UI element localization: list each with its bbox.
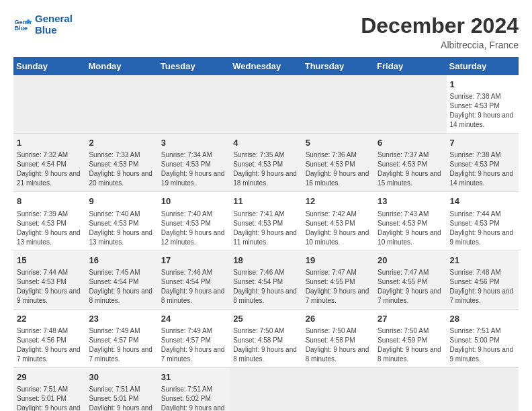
day-number: 28 bbox=[450, 313, 515, 325]
header-day-monday: Monday bbox=[85, 57, 157, 75]
calendar-cell: 27Sunrise: 7:50 AMSunset: 4:59 PMDayligh… bbox=[374, 309, 446, 367]
calendar-cell: 23Sunrise: 7:49 AMSunset: 4:57 PMDayligh… bbox=[85, 309, 157, 367]
week-row: 1Sunrise: 7:32 AMSunset: 4:54 PMDaylight… bbox=[13, 134, 519, 192]
header-day-tuesday: Tuesday bbox=[158, 57, 230, 75]
day-info: Sunrise: 7:45 AMSunset: 4:54 PMDaylight:… bbox=[89, 268, 154, 306]
calendar-cell: 16Sunrise: 7:45 AMSunset: 4:54 PMDayligh… bbox=[85, 250, 157, 309]
day-info: Sunrise: 7:48 AMSunset: 4:56 PMDaylight:… bbox=[450, 268, 515, 306]
calendar-cell: 17Sunrise: 7:46 AMSunset: 4:54 PMDayligh… bbox=[158, 250, 230, 309]
day-info: Sunrise: 7:38 AMSunset: 4:53 PMDaylight:… bbox=[450, 92, 515, 130]
day-info: Sunrise: 7:47 AMSunset: 4:55 PMDaylight:… bbox=[306, 268, 371, 306]
day-number: 31 bbox=[161, 371, 226, 383]
day-info: Sunrise: 7:49 AMSunset: 4:57 PMDaylight:… bbox=[89, 326, 154, 364]
day-number: 12 bbox=[306, 195, 371, 208]
day-number: 16 bbox=[89, 255, 154, 267]
calendar-cell: 20Sunrise: 7:47 AMSunset: 4:55 PMDayligh… bbox=[374, 250, 446, 309]
day-info: Sunrise: 7:51 AMSunset: 5:01 PMDaylight:… bbox=[17, 385, 82, 411]
week-row: 1Sunrise: 7:38 AMSunset: 4:53 PMDaylight… bbox=[13, 75, 519, 134]
calendar-cell: 10Sunrise: 7:40 AMSunset: 4:53 PMDayligh… bbox=[158, 192, 230, 250]
day-info: Sunrise: 7:50 AMSunset: 4:58 PMDaylight:… bbox=[233, 326, 298, 364]
calendar-cell: 29Sunrise: 7:51 AMSunset: 5:01 PMDayligh… bbox=[13, 367, 85, 411]
header-row: SundayMondayTuesdayWednesdayThursdayFrid… bbox=[13, 57, 519, 75]
day-info: Sunrise: 7:36 AMSunset: 4:53 PMDaylight:… bbox=[306, 150, 371, 188]
calendar-cell: 30Sunrise: 7:51 AMSunset: 5:01 PMDayligh… bbox=[85, 367, 157, 411]
calendar-cell: 1Sunrise: 7:32 AMSunset: 4:54 PMDaylight… bbox=[13, 134, 85, 192]
calendar-cell: 2Sunrise: 7:33 AMSunset: 4:53 PMDaylight… bbox=[85, 134, 157, 192]
calendar-cell: 24Sunrise: 7:49 AMSunset: 4:57 PMDayligh… bbox=[158, 309, 230, 367]
day-number: 1 bbox=[450, 79, 515, 91]
day-info: Sunrise: 7:51 AMSunset: 5:00 PMDaylight:… bbox=[450, 326, 515, 364]
calendar-cell bbox=[230, 367, 302, 411]
calendar-cell: 7Sunrise: 7:38 AMSunset: 4:53 PMDaylight… bbox=[447, 134, 519, 192]
calendar-cell: 9Sunrise: 7:40 AMSunset: 4:53 PMDaylight… bbox=[85, 192, 157, 250]
calendar-cell: 13Sunrise: 7:43 AMSunset: 4:53 PMDayligh… bbox=[374, 192, 446, 250]
day-info: Sunrise: 7:43 AMSunset: 4:53 PMDaylight:… bbox=[378, 210, 443, 247]
day-number: 5 bbox=[306, 137, 371, 149]
calendar-cell: 8Sunrise: 7:39 AMSunset: 4:53 PMDaylight… bbox=[13, 192, 85, 250]
calendar-cell bbox=[230, 75, 302, 134]
day-number: 7 bbox=[450, 137, 515, 149]
day-info: Sunrise: 7:50 AMSunset: 4:58 PMDaylight:… bbox=[306, 326, 371, 364]
calendar-cell: 11Sunrise: 7:41 AMSunset: 4:53 PMDayligh… bbox=[230, 192, 302, 250]
calendar-cell: 12Sunrise: 7:42 AMSunset: 4:53 PMDayligh… bbox=[302, 192, 374, 250]
calendar-cell bbox=[374, 75, 446, 134]
calendar-cell: 5Sunrise: 7:36 AMSunset: 4:53 PMDaylight… bbox=[302, 134, 374, 192]
calendar-cell bbox=[158, 75, 230, 134]
day-number: 8 bbox=[17, 195, 82, 208]
calendar-cell: 26Sunrise: 7:50 AMSunset: 4:58 PMDayligh… bbox=[302, 309, 374, 367]
day-number: 21 bbox=[450, 255, 515, 267]
calendar-cell: 14Sunrise: 7:44 AMSunset: 4:53 PMDayligh… bbox=[447, 192, 519, 250]
day-info: Sunrise: 7:48 AMSunset: 4:56 PMDaylight:… bbox=[17, 326, 82, 364]
calendar-cell: 4Sunrise: 7:35 AMSunset: 4:53 PMDaylight… bbox=[230, 134, 302, 192]
page-header: General Blue General Blue December 2024 … bbox=[13, 13, 519, 50]
day-number: 15 bbox=[17, 255, 82, 267]
header-day-wednesday: Wednesday bbox=[230, 57, 302, 75]
day-number: 20 bbox=[378, 255, 443, 267]
day-number: 14 bbox=[450, 195, 515, 208]
calendar-cell: 6Sunrise: 7:37 AMSunset: 4:53 PMDaylight… bbox=[374, 134, 446, 192]
day-number: 18 bbox=[233, 255, 298, 267]
day-info: Sunrise: 7:34 AMSunset: 4:53 PMDaylight:… bbox=[161, 150, 226, 188]
logo: General Blue General Blue bbox=[13, 13, 73, 36]
calendar-cell bbox=[374, 367, 446, 411]
day-number: 17 bbox=[161, 255, 226, 267]
calendar-cell: 3Sunrise: 7:34 AMSunset: 4:53 PMDaylight… bbox=[158, 134, 230, 192]
header-day-thursday: Thursday bbox=[302, 57, 374, 75]
calendar-cell: 15Sunrise: 7:44 AMSunset: 4:53 PMDayligh… bbox=[13, 250, 85, 309]
calendar-cell: 25Sunrise: 7:50 AMSunset: 4:58 PMDayligh… bbox=[230, 309, 302, 367]
day-info: Sunrise: 7:51 AMSunset: 5:01 PMDaylight:… bbox=[89, 385, 154, 411]
calendar-cell bbox=[85, 75, 157, 134]
location: Albitreccia, France bbox=[361, 40, 519, 50]
calendar-cell bbox=[302, 75, 374, 134]
logo-line1: General bbox=[35, 13, 73, 25]
day-info: Sunrise: 7:38 AMSunset: 4:53 PMDaylight:… bbox=[450, 150, 515, 188]
day-number: 10 bbox=[161, 195, 226, 208]
day-info: Sunrise: 7:33 AMSunset: 4:53 PMDaylight:… bbox=[89, 150, 154, 188]
day-info: Sunrise: 7:51 AMSunset: 5:02 PMDaylight:… bbox=[161, 385, 226, 411]
day-info: Sunrise: 7:44 AMSunset: 4:53 PMDaylight:… bbox=[17, 268, 82, 306]
day-info: Sunrise: 7:39 AMSunset: 4:53 PMDaylight:… bbox=[17, 210, 82, 247]
day-info: Sunrise: 7:46 AMSunset: 4:54 PMDaylight:… bbox=[161, 268, 226, 306]
day-number: 22 bbox=[17, 313, 82, 325]
week-row: 29Sunrise: 7:51 AMSunset: 5:01 PMDayligh… bbox=[13, 367, 519, 411]
calendar-cell: 21Sunrise: 7:48 AMSunset: 4:56 PMDayligh… bbox=[447, 250, 519, 309]
calendar-header: SundayMondayTuesdayWednesdayThursdayFrid… bbox=[13, 57, 519, 75]
day-info: Sunrise: 7:50 AMSunset: 4:59 PMDaylight:… bbox=[378, 326, 443, 364]
calendar-cell bbox=[13, 75, 85, 134]
day-number: 24 bbox=[161, 313, 226, 325]
calendar-table: SundayMondayTuesdayWednesdayThursdayFrid… bbox=[13, 57, 519, 411]
day-info: Sunrise: 7:44 AMSunset: 4:53 PMDaylight:… bbox=[450, 210, 515, 247]
calendar-cell: 19Sunrise: 7:47 AMSunset: 4:55 PMDayligh… bbox=[302, 250, 374, 309]
day-number: 4 bbox=[233, 137, 298, 149]
calendar-body: 1Sunrise: 7:38 AMSunset: 4:53 PMDaylight… bbox=[13, 75, 519, 411]
calendar-cell: 1Sunrise: 7:38 AMSunset: 4:53 PMDaylight… bbox=[447, 75, 519, 134]
calendar-cell: 22Sunrise: 7:48 AMSunset: 4:56 PMDayligh… bbox=[13, 309, 85, 367]
day-info: Sunrise: 7:35 AMSunset: 4:53 PMDaylight:… bbox=[233, 150, 298, 188]
day-number: 6 bbox=[378, 137, 443, 149]
day-number: 3 bbox=[161, 137, 226, 149]
day-info: Sunrise: 7:41 AMSunset: 4:53 PMDaylight:… bbox=[233, 210, 298, 247]
logo-line2: Blue bbox=[35, 25, 73, 36]
day-info: Sunrise: 7:40 AMSunset: 4:53 PMDaylight:… bbox=[89, 210, 154, 247]
day-number: 29 bbox=[17, 371, 82, 383]
day-info: Sunrise: 7:46 AMSunset: 4:54 PMDaylight:… bbox=[233, 268, 298, 306]
